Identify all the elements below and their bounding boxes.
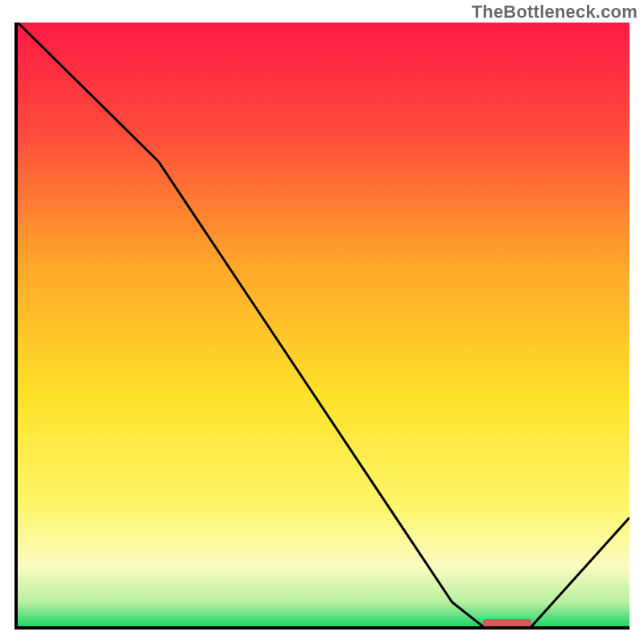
optimal-range-marker — [483, 619, 532, 626]
chart-stage: TheBottleneck.com — [0, 0, 644, 644]
watermark-text: TheBottleneck.com — [472, 2, 638, 23]
plot-area — [18, 23, 630, 626]
plot-frame — [14, 23, 630, 630]
marker-layer — [18, 23, 630, 626]
